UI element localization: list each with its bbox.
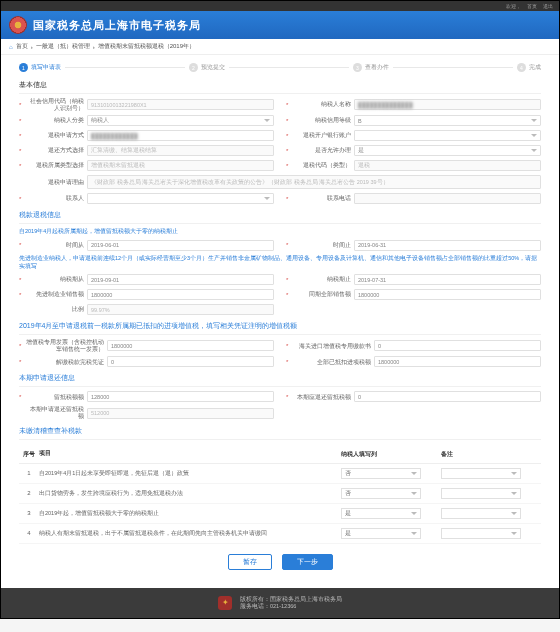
note-select[interactable] xyxy=(441,468,521,479)
chevron-down-icon xyxy=(511,472,517,475)
apply-type-input: 汇算清缴、结算退税结算 xyxy=(87,145,274,156)
site-title: 国家税务总局上海市电子税务局 xyxy=(33,18,201,33)
step-3: 3查看办件 xyxy=(353,63,389,72)
taxpayer-name-label: 纳税人名称 xyxy=(293,101,351,108)
footer-copyright: 版权所有：国家税务总局上海市税务局 xyxy=(240,596,342,603)
answer-select[interactable]: 否 xyxy=(341,488,421,499)
hint-text: 自2019年4月起税所属期起，增值留抵税额大于零的纳税期止 xyxy=(19,228,541,236)
taxpayer-name-input: ██████████████ xyxy=(354,99,541,110)
refund-method-input[interactable]: ████████████ xyxy=(87,130,274,141)
answer-select[interactable]: 是 xyxy=(341,528,421,539)
site-footer: ✦ 版权所有：国家税务总局上海市税务局 服务电话：021-12366 xyxy=(1,588,559,618)
top-link[interactable]: 退出 xyxy=(543,3,553,9)
section-adv: 2019年4月至申请退税前一税款所属期已抵扣的进项增值税，填写相关凭证注明的增值… xyxy=(19,321,541,335)
taxpayer-type-select[interactable]: 纳税人 xyxy=(87,115,274,126)
chevron-down-icon xyxy=(511,492,517,495)
home-icon[interactable]: ⌂ xyxy=(9,44,13,50)
phone-input xyxy=(354,193,541,204)
action-bar: 暂存 下一步 xyxy=(19,544,541,580)
all-sales-input[interactable]: 1800000 xyxy=(354,289,541,300)
step-1: 1填写申请表 xyxy=(19,63,61,72)
footer-phone: 服务电话：021-12366 xyxy=(240,603,342,610)
footer-emblem-icon: ✦ xyxy=(218,596,232,610)
criteria-table: 序号 项目 纳税人填写列 备注 1 自2019年4月1日起未享受即征即退，先征后… xyxy=(19,446,541,544)
answer-select[interactable]: 否 xyxy=(341,468,421,479)
note-select[interactable] xyxy=(441,528,521,539)
chevron-down-icon xyxy=(411,512,417,515)
th-note: 备注 xyxy=(441,450,541,459)
chevron-down-icon xyxy=(264,119,270,122)
welcome-text: 欢迎， xyxy=(506,3,521,9)
bank-account-select[interactable] xyxy=(354,130,541,141)
th-answer: 纳税人填写列 xyxy=(341,450,441,459)
tax-paid-input[interactable]: 0 xyxy=(107,356,274,367)
chevron-down-icon xyxy=(411,532,417,535)
apply-amount-input: 512000 xyxy=(87,408,274,419)
chevron-down-icon xyxy=(264,197,270,200)
table-row: 4 纳税人有期末留抵退税，出于不属留抵退税条件，在此期间先向主管税务机关申请缴回… xyxy=(19,524,541,544)
mfg-to-input[interactable]: 2019-07-31 xyxy=(354,274,541,285)
chevron-down-icon xyxy=(531,119,537,122)
retain-input[interactable]: 128000 xyxy=(87,391,274,402)
section-period: 税款退税信息 xyxy=(19,210,541,224)
total-in-input[interactable]: 1800000 xyxy=(374,356,541,367)
vat-invoice-input[interactable]: 1800000 xyxy=(107,340,274,351)
refund-code-input: 退税 xyxy=(354,160,541,171)
form-body: ◐ ⎘ ⇆ 1填写申请表 2预览提交 3查看办件 4完成 基本信息 *社会信用代… xyxy=(1,55,559,588)
chevron-down-icon xyxy=(531,149,537,152)
step-2: 2预览提交 xyxy=(189,63,225,72)
chevron-down-icon xyxy=(411,472,417,475)
hint-text: 先进制造业纳税人，申请退税前连续12个月（或实际经营期至少3个月）生产并销售非金… xyxy=(19,255,541,270)
basis-input: 《财政部 税务总局 海关总署关于深化增值税改革有关政策的公告》（财政部 税务总局… xyxy=(87,175,541,189)
answer-select[interactable]: 是 xyxy=(341,508,421,519)
save-draft-button[interactable]: 暂存 xyxy=(228,554,272,570)
table-row: 2 出口货物劳务，发生跨境应税行为，适用免抵退税办法 否 xyxy=(19,484,541,504)
table-row: 1 自2019年4月1日起未享受即征即退，先征后退（退）政策 否 xyxy=(19,464,541,484)
top-link[interactable]: 首页 xyxy=(527,3,537,9)
customs-input[interactable]: 0 xyxy=(374,340,541,351)
chevron-down-icon xyxy=(411,492,417,495)
top-util-bar: 欢迎， 首页 退出 xyxy=(1,1,559,11)
crumb-item: 增值税期末留抵税额退税（2019年） xyxy=(98,42,195,51)
breadcrumb: ⌂ 首页 › 一般退（抵）税管理 › 增值税期末留抵税额退税（2019年） xyxy=(1,39,559,55)
credit-code-label: 社会信用代码（纳税人识别号） xyxy=(26,98,84,111)
section-unused: 未缴清稽查查补税款 xyxy=(19,426,541,440)
allow-select[interactable]: 是 xyxy=(354,145,541,156)
site-banner: 国家税务总局上海市电子税务局 xyxy=(1,11,559,39)
refund-type-input: 增值税期末留抵退税 xyxy=(87,160,274,171)
section-curr: 本期申请退还信息 xyxy=(19,373,541,387)
credit-level-select[interactable]: B xyxy=(354,115,541,126)
section-basic: 基本信息 xyxy=(19,80,541,94)
credit-code-input: 9131010013221980X1 xyxy=(87,99,274,110)
mfg-from-input[interactable]: 2019-09-01 xyxy=(87,274,274,285)
crumb-home[interactable]: 首页 xyxy=(16,42,28,51)
chevron-down-icon xyxy=(511,532,517,535)
mfg-sales-input[interactable]: 1800000 xyxy=(87,289,274,300)
note-select[interactable] xyxy=(441,508,521,519)
note-select[interactable] xyxy=(441,488,521,499)
th-item: 项目 xyxy=(39,450,341,459)
step-bar: 1填写申请表 2预览提交 3查看办件 4完成 xyxy=(19,63,541,72)
crumb-item[interactable]: 一般退（抵）税管理 xyxy=(36,42,90,51)
emblem-icon xyxy=(9,16,27,34)
period-from-input[interactable]: 2019-06-01 xyxy=(87,240,274,251)
step-4: 4完成 xyxy=(517,63,541,72)
ratio-input: 99.97% xyxy=(87,304,274,315)
chevron-down-icon xyxy=(511,512,517,515)
table-row: 3 自2019年起，增值留抵税额大于零的纳税期止 是 xyxy=(19,504,541,524)
audit-input[interactable]: 0 xyxy=(354,391,541,402)
period-to-input[interactable]: 2019-06-31 xyxy=(354,240,541,251)
contact-input[interactable] xyxy=(87,193,274,204)
th-index: 序号 xyxy=(19,450,39,459)
next-button[interactable]: 下一步 xyxy=(282,554,333,570)
chevron-down-icon xyxy=(531,134,537,137)
